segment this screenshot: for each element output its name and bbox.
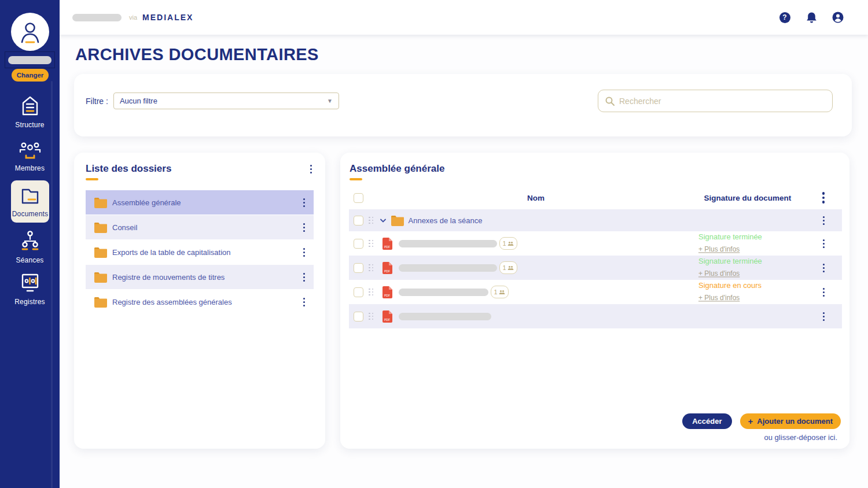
table-row-document[interactable]: PDF 1 Signature terminée + Plus d'infos [349,256,842,280]
folder-icon [94,272,107,283]
sidebar-item-seances[interactable]: Séances [0,230,60,264]
row-menu-button[interactable] [821,286,826,298]
signers-badge: 1 [491,286,509,298]
folder-icon [19,185,42,207]
folders-panel-title: Liste des dossiers [86,163,171,175]
more-info-link[interactable]: + Plus d'infos [698,293,740,302]
table-row-document[interactable]: PDF 1 Signature en cours + Plus d'infos [349,280,842,304]
document-name-redacted [399,313,491,320]
account-button[interactable] [832,12,844,23]
register-icon [19,272,42,295]
select-all-checkbox[interactable] [354,193,363,203]
document-name-redacted [399,264,497,272]
sidebar-item-membres[interactable]: Membres [0,141,60,172]
avatar[interactable] [11,13,49,51]
notifications-button[interactable] [806,12,817,23]
table-menu-button[interactable] [821,190,827,205]
chevron-down-icon[interactable] [380,219,386,223]
folder-icon [94,197,107,208]
drag-handle-icon[interactable] [369,313,374,320]
add-document-button[interactable]: + Ajouter un document [740,413,841,429]
signature-status: Signature en cours [698,280,762,291]
svg-text:PDF: PDF [384,318,390,321]
table-header: Nom Signature du document [340,186,849,209]
drag-drop-hint: ou glisser-déposer ici. [682,433,841,442]
change-organization-button[interactable]: Changer [12,69,49,82]
row-menu-button[interactable] [821,238,826,250]
folder-menu-button[interactable] [301,271,307,283]
more-info-link[interactable]: + Plus d'infos [698,245,740,254]
sidebar-item-label: Membres [15,164,45,172]
header-icons: ? [779,12,844,23]
drag-handle-icon[interactable] [369,217,374,224]
folder-list-item[interactable]: Assemblée générale [86,190,314,215]
organization-name-box [5,51,55,68]
row-checkbox[interactable] [354,239,363,249]
orgchart-icon [19,230,42,253]
folder-list-item[interactable]: Registre des assemblées générales [86,290,314,314]
row-menu-button[interactable] [821,215,826,227]
search-box [598,90,833,112]
folder-list-item[interactable]: Conseil [86,215,314,239]
people-icon [19,141,42,161]
people-icon [507,241,514,246]
drag-handle-icon[interactable] [369,289,374,296]
row-menu-button[interactable] [821,310,826,323]
people-icon [499,290,505,295]
row-checkbox[interactable] [354,312,363,321]
drag-handle-icon[interactable] [369,264,374,272]
table-row-folder[interactable]: Annexes de la séance [349,209,842,231]
folder-icon [391,215,404,226]
table-row-document[interactable]: PDF 1 Signature terminée + Plus d'infos [349,231,842,256]
folder-label: Registre de mouvements de titres [112,273,301,282]
svg-text:PDF: PDF [384,269,390,273]
sidebar-item-structure[interactable]: Structure [0,95,60,129]
chevron-down-icon: ▼ [327,98,333,104]
top-header: via MEDIALEX ? [60,0,868,35]
folder-label: Registre des assemblées générales [112,298,301,306]
signature-status: Signature terminée [698,256,762,267]
folder-list: Assemblée générale Conseil Exports de la… [86,190,314,314]
folder-menu-button[interactable] [301,246,307,258]
document-name-redacted [399,240,497,247]
row-menu-button[interactable] [821,262,826,274]
search-input[interactable] [619,97,825,106]
folder-label: Conseil [112,223,301,232]
row-checkbox[interactable] [354,216,363,225]
title-accent-bar [350,178,362,180]
more-info-link[interactable]: + Plus d'infos [698,269,740,278]
folder-menu-button[interactable] [301,296,307,308]
account-icon [832,12,844,23]
folder-label: Exports de la table de capitalisation [112,248,301,257]
column-header-nom: Nom [478,194,594,202]
help-button[interactable]: ? [779,12,790,23]
people-icon [507,265,514,271]
folder-menu-button[interactable] [301,221,307,234]
signers-count: 1 [494,289,498,295]
signature-status: Signature terminée [698,232,762,242]
folder-list-item[interactable]: Exports de la table de capitalisation [86,240,314,264]
brand-logo: MEDIALEX [142,13,193,22]
folder-row-label: Annexes de la séance [409,216,483,225]
access-button[interactable]: Accéder [682,413,731,429]
row-checkbox[interactable] [354,263,363,273]
folder-menu-button[interactable] [301,197,307,209]
signers-badge: 1 [499,237,517,250]
filter-selected-value: Aucun filtre [120,97,157,105]
sidebar: Changer Structure Membres Documents [0,0,60,488]
svg-text:PDF: PDF [384,294,390,297]
sidebar-item-documents[interactable]: Documents [11,180,49,223]
row-checkbox[interactable] [354,287,363,297]
folder-icon [94,297,107,308]
page-title: ARCHIVES DOCUMENTAIRES [75,45,319,64]
folders-panel-menu-button[interactable] [308,163,314,175]
pdf-file-icon: PDF [382,286,393,299]
drag-handle-icon[interactable] [369,240,374,247]
folder-list-item[interactable]: Registre de mouvements de titres [86,265,314,289]
filter-select[interactable]: Aucun filtre ▼ [113,93,339,109]
panel-actions: Accéder + Ajouter un document ou glisser… [682,413,841,442]
table-row-document[interactable]: PDF [349,304,842,328]
help-icon: ? [779,12,790,23]
search-icon [605,97,615,106]
sidebar-item-registres[interactable]: Registres [0,272,60,306]
